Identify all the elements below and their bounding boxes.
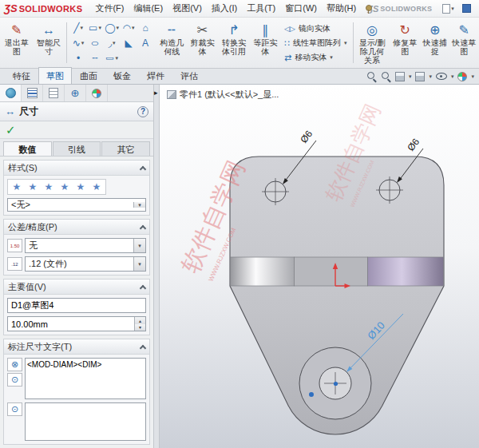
chamfer-tool-button[interactable]: ◣ bbox=[121, 35, 137, 50]
apply-default-style-button[interactable]: ★ bbox=[10, 180, 24, 193]
spin-up-icon[interactable]: ▴ bbox=[135, 317, 145, 324]
menu-view[interactable]: 视图(V) bbox=[168, 1, 207, 16]
text-position-icon-2[interactable]: ⊙ bbox=[7, 402, 22, 416]
new-document-button[interactable]: ▾ bbox=[440, 2, 457, 15]
rapid-sketch-button[interactable]: ✎ 快速草图 bbox=[449, 19, 478, 66]
display-delete-relations-button[interactable]: ◎ 显示/删除几何关系 bbox=[355, 19, 390, 66]
dropdown-button[interactable]: ▾ bbox=[133, 239, 145, 252]
ok-button[interactable]: ✓ bbox=[6, 123, 16, 137]
property-manager-tab[interactable] bbox=[0, 85, 22, 101]
ellipse-tool-button[interactable]: ○ bbox=[87, 35, 104, 50]
part-tree-node-label[interactable]: 零件1 (默认<<默认>_显... bbox=[180, 89, 279, 101]
primary-value-section-header[interactable]: 主要值(V) bbox=[4, 280, 149, 295]
chamfer-band-middle[interactable] bbox=[295, 257, 368, 286]
update-style-button[interactable]: ★ bbox=[42, 180, 56, 193]
help-icon[interactable]: ? bbox=[137, 106, 148, 117]
dimension-text-hole-left[interactable]: Ø6 bbox=[298, 128, 315, 145]
tolerance-dropdown[interactable]: 无 ▾ bbox=[25, 238, 146, 253]
load-style-button[interactable]: ★ bbox=[89, 180, 104, 193]
tab-weldments[interactable]: 焊件 bbox=[139, 67, 172, 84]
display-style-icon[interactable] bbox=[415, 72, 425, 81]
chamfer-band-left[interactable] bbox=[231, 257, 295, 286]
move-entities-label: 移动实体 bbox=[295, 53, 327, 61]
move-entities-button[interactable]: ⇄ 移动实体 ▾ bbox=[280, 50, 351, 64]
dimxpert-manager-tab[interactable]: ⊕ bbox=[65, 85, 86, 101]
chamfer-band-right[interactable] bbox=[368, 257, 444, 286]
dimension-name-input[interactable] bbox=[7, 298, 146, 313]
dropdown-button[interactable]: ▾ bbox=[133, 202, 145, 208]
tolerance-section-header[interactable]: 公差/精度(P) bbox=[4, 220, 149, 235]
slot-tool-button[interactable]: ▭▾ bbox=[104, 50, 121, 65]
precision-dropdown[interactable]: .12 (文件) ▾ bbox=[25, 256, 146, 272]
dimension-text-section-header[interactable]: 标注尺寸文字(T) bbox=[4, 339, 149, 355]
command-manager-tabs: 特征 草图 曲面 钣金 焊件 评估 ▾ ▾ ▾ ▾ bbox=[0, 69, 479, 85]
construction-geometry-button[interactable]: ╌ 构造几何线 bbox=[156, 19, 188, 66]
edit-appearance-icon[interactable] bbox=[457, 72, 467, 81]
text-tool-button[interactable]: A bbox=[137, 35, 154, 50]
tab-sketch[interactable]: 草图 bbox=[38, 67, 72, 84]
polygon-tool-button[interactable]: ⌂ bbox=[137, 20, 154, 35]
configuration-manager-tab[interactable] bbox=[43, 85, 65, 101]
smart-dimension-button[interactable]: ↔ 智能尺寸 bbox=[33, 19, 64, 66]
circle-tool-button[interactable]: ◯▾ bbox=[104, 20, 121, 35]
save-style-button[interactable]: ★ bbox=[73, 180, 88, 193]
tab-evaluate[interactable]: 评估 bbox=[172, 67, 206, 84]
tab-other[interactable]: 其它 bbox=[101, 141, 150, 156]
save-button[interactable] bbox=[460, 2, 473, 14]
style-dropdown[interactable]: <无> ▾ bbox=[7, 198, 146, 212]
menu-window[interactable]: 窗口(W) bbox=[280, 1, 322, 16]
arc-tool-button[interactable]: ◠▾ bbox=[121, 20, 137, 35]
dimension-text-input-2[interactable] bbox=[25, 402, 146, 441]
dropdown-button[interactable]: ▾ bbox=[133, 257, 145, 271]
graphics-area[interactable]: Ø6 Ø6 Ø10 软件自学网 WWW.RJZXW.COM bbox=[160, 85, 479, 448]
dimension-value-input[interactable] bbox=[8, 317, 134, 331]
centerline-tool-button[interactable]: ╌ bbox=[87, 50, 104, 65]
dimension-text-hole-right[interactable]: Ø6 bbox=[405, 136, 422, 153]
spin-down-icon[interactable]: ▾ bbox=[135, 324, 145, 331]
rapid-sketch-icon: ✎ bbox=[459, 22, 469, 38]
offset-entities-button[interactable]: ∥ 等距实体 bbox=[251, 19, 279, 66]
display-manager-tab[interactable] bbox=[86, 85, 108, 101]
view-orientation-icon[interactable] bbox=[395, 72, 405, 81]
zoom-area-icon[interactable] bbox=[381, 71, 391, 81]
dimension-attach-point[interactable] bbox=[334, 382, 338, 386]
trim-entities-button[interactable]: ✂ 剪裁实体 bbox=[188, 19, 217, 66]
menu-insert[interactable]: 插入(I) bbox=[207, 1, 242, 16]
menu-file[interactable]: 文件(F) bbox=[90, 1, 129, 16]
dimension-text-input[interactable]: <MOD-DIAM><DIM> bbox=[25, 358, 146, 399]
dimension-text-body: ⊗ ⊙ <MOD-DIAM><DIM> ⊙ bbox=[4, 355, 149, 444]
add-style-button[interactable]: ★ bbox=[26, 180, 40, 193]
panel-splitter[interactable]: ▸ bbox=[154, 85, 160, 448]
vertex-point[interactable] bbox=[309, 392, 314, 397]
menu-tools[interactable]: 工具(T) bbox=[242, 1, 280, 16]
menu-edit[interactable]: 编辑(E) bbox=[129, 1, 168, 16]
feature-tree-flyout[interactable]: 零件1 (默认<<默认>_显... bbox=[167, 89, 279, 101]
tab-sheet-metal[interactable]: 钣金 bbox=[105, 67, 139, 84]
text-position-icon[interactable]: ⊗ bbox=[7, 358, 22, 371]
tab-value[interactable]: 数值 bbox=[3, 141, 52, 156]
tab-leaders[interactable]: 引线 bbox=[53, 141, 101, 156]
exit-sketch-button[interactable]: ✎ 退出草图 bbox=[1, 19, 32, 66]
point-tool-button[interactable]: • bbox=[70, 50, 87, 65]
linear-sketch-pattern-button[interactable]: ∷ 线性草图阵列 ▾ bbox=[280, 36, 351, 50]
line-tool-button[interactable]: ╱▾ bbox=[70, 20, 87, 35]
spline-tool-button[interactable]: ∿▾ bbox=[70, 35, 87, 50]
quick-snaps-button[interactable]: ⊕ 快速捕捉 bbox=[421, 19, 449, 66]
graphics-viewport[interactable]: 零件1 (默认<<默认>_显... bbox=[160, 85, 479, 448]
menu-help[interactable]: 帮助(H) bbox=[322, 1, 361, 16]
tab-surfaces[interactable]: 曲面 bbox=[72, 67, 105, 84]
feature-manager-tab[interactable] bbox=[22, 85, 43, 101]
delete-style-button[interactable]: ★ bbox=[57, 180, 72, 193]
convert-entities-button[interactable]: ↱ 转换实体引用 bbox=[217, 19, 250, 66]
tolerance-type-icon: 1.50 bbox=[7, 239, 22, 252]
rectangle-tool-button[interactable]: ▭▾ bbox=[87, 20, 104, 35]
fillet-tool-button[interactable]: ◞▾ bbox=[104, 35, 121, 50]
style-section-header[interactable]: 样式(S) bbox=[4, 161, 149, 176]
mirror-entities-button[interactable]: ◁▷ 镜向实体 bbox=[280, 22, 351, 35]
zoom-fit-icon[interactable] bbox=[366, 71, 377, 81]
flyout-tree-arrow-icon[interactable]: ▸ bbox=[154, 89, 158, 97]
repair-sketch-button[interactable]: ↻ 修复草图 bbox=[390, 19, 420, 66]
text-justify-icon[interactable]: ⊙ bbox=[7, 373, 22, 387]
hide-show-items-icon[interactable] bbox=[436, 73, 447, 80]
tab-features[interactable]: 特征 bbox=[5, 67, 38, 84]
